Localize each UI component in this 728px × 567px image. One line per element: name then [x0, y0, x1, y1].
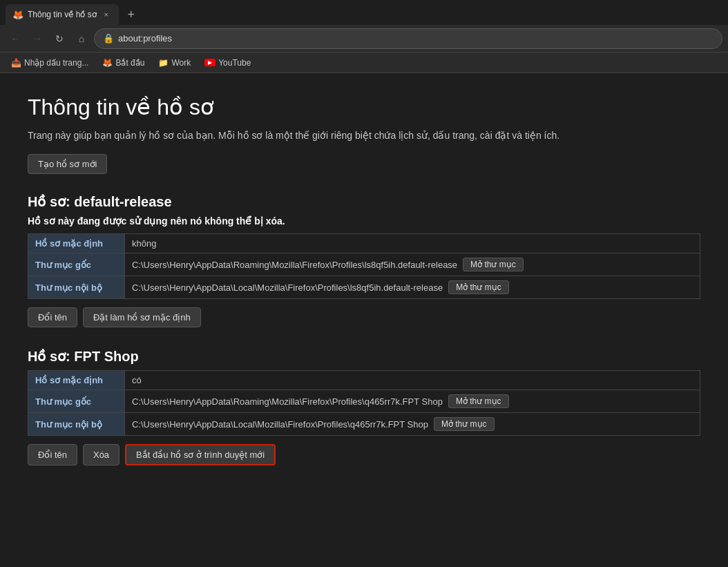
back-button[interactable]: ←: [6, 29, 25, 48]
firefox-start-icon: 🦊: [102, 58, 113, 68]
profile-default-release-warning: Hồ sơ này đang được sử dụng nên nó không…: [28, 215, 700, 227]
field-value-path: C:\Users\Henry\AppData\Local\Mozilla\Fir…: [125, 413, 700, 436]
profile-default-release-heading: Hồ sơ: default-release: [28, 193, 700, 210]
field-value-path: C:\Users\Henry\AppData\Roaming\Mozilla\F…: [125, 253, 700, 276]
page-description: Trang này giúp bạn quản lý hồ sơ của bạn…: [28, 128, 700, 143]
profile-fpt-shop-actions: Đổi tên Xóa Bắt đầu hồ sơ ở trình duyệt …: [28, 444, 700, 465]
table-row: Thư mục nội bộ C:\Users\Henry\AppData\Lo…: [28, 276, 700, 299]
bookmark-work-label: Work: [171, 58, 191, 68]
root-dir-path-2: C:\Users\Henry\AppData\Roaming\Mozilla\F…: [132, 396, 443, 407]
address-url: about:profiles: [118, 33, 172, 44]
forward-button[interactable]: →: [28, 29, 47, 48]
field-label: Thư mục gốc: [28, 390, 125, 413]
local-dir-path: C:\Users\Henry\AppData\Local\Mozilla\Fir…: [132, 282, 443, 293]
field-value: có: [125, 371, 700, 390]
rename-profile-2-button[interactable]: Đổi tên: [28, 444, 77, 465]
create-profile-button[interactable]: Tạo hồ sơ mới: [28, 154, 107, 174]
field-value: không: [125, 234, 700, 253]
table-row: Thư mục gốc C:\Users\Henry\AppData\Roami…: [28, 253, 700, 276]
bookmark-start-label: Bắt đầu: [115, 58, 144, 68]
rename-profile-1-button[interactable]: Đổi tên: [28, 307, 77, 327]
nav-bar: ← → ↻ ⌂ 🔒 about:profiles: [0, 25, 728, 52]
bookmark-work[interactable]: 📁 Work: [153, 55, 196, 71]
home-button[interactable]: ⌂: [72, 29, 91, 48]
profile-fpt-shop: Hồ sơ: FPT Shop Hồ sơ mặc định có Thư mụ…: [28, 348, 700, 465]
set-default-profile-1-button[interactable]: Đặt làm hồ sơ mặc định: [83, 307, 201, 327]
profile-fpt-shop-table: Hồ sơ mặc định có Thư mục gốc C:\Users\H…: [28, 370, 700, 436]
open-root-dir-button-1[interactable]: Mở thư mục: [463, 258, 524, 271]
profile-default-release: Hồ sơ: default-release Hồ sơ này đang đư…: [28, 193, 700, 327]
field-value-path: C:\Users\Henry\AppData\Local\Mozilla\Fir…: [125, 276, 700, 299]
field-label: Thư mục nội bộ: [28, 413, 125, 436]
import-icon: 📥: [11, 58, 21, 68]
new-tab-button[interactable]: +: [122, 5, 141, 24]
browser-chrome: 🦊 Thông tin về hồ sơ × + ← → ↻ ⌂ 🔒 about…: [0, 0, 728, 73]
tab-close-button[interactable]: ×: [101, 9, 112, 20]
tab-bar: 🦊 Thông tin về hồ sơ × +: [0, 0, 728, 25]
field-label: Thư mục gốc: [28, 253, 125, 276]
profile-fpt-shop-heading: Hồ sơ: FPT Shop: [28, 348, 700, 365]
field-label: Hồ sơ mặc định: [28, 371, 125, 390]
profile-default-release-table: Hồ sơ mặc định không Thư mục gốc C:\User…: [28, 233, 700, 299]
open-local-dir-button-1[interactable]: Mở thư mục: [448, 280, 509, 294]
table-row: Thư mục nội bộ C:\Users\Henry\AppData\Lo…: [28, 413, 700, 436]
bookmark-import[interactable]: 📥 Nhập dấu trang...: [6, 55, 94, 71]
bookmark-start[interactable]: 🦊 Bắt đầu: [97, 55, 150, 71]
youtube-icon: ▶: [204, 59, 215, 66]
table-row: Thư mục gốc C:\Users\Henry\AppData\Roami…: [28, 390, 700, 413]
page-content: Thông tin về hồ sơ Trang này giúp bạn qu…: [0, 73, 728, 567]
field-label: Hồ sơ mặc định: [28, 234, 125, 253]
page-title: Thông tin về hồ sơ: [28, 94, 700, 120]
table-row: Hồ sơ mặc định không: [28, 234, 700, 253]
active-tab[interactable]: 🦊 Thông tin về hồ sơ ×: [6, 4, 119, 25]
profile-default-release-actions: Đổi tên Đặt làm hồ sơ mặc định: [28, 307, 700, 327]
reload-button[interactable]: ↻: [50, 29, 69, 48]
bookmark-youtube[interactable]: ▶ YouTube: [199, 55, 256, 71]
table-row: Hồ sơ mặc định có: [28, 371, 700, 390]
tab-title: Thông tin về hồ sơ: [28, 10, 97, 19]
address-bar[interactable]: 🔒 about:profiles: [94, 28, 722, 49]
field-value-path: C:\Users\Henry\AppData\Roaming\Mozilla\F…: [125, 390, 700, 413]
field-label: Thư mục nội bộ: [28, 276, 125, 299]
tab-favicon: 🦊: [12, 10, 23, 20]
launch-profile-2-button[interactable]: Bắt đầu hồ sơ ở trình duyệt mới: [125, 444, 276, 465]
folder-icon: 📁: [158, 58, 169, 68]
open-local-dir-button-2[interactable]: Mở thư mục: [434, 417, 495, 431]
bookmark-import-label: Nhập dấu trang...: [24, 58, 88, 68]
bookmark-youtube-label: YouTube: [218, 58, 251, 68]
root-dir-path: C:\Users\Henry\AppData\Roaming\Mozilla\F…: [132, 260, 457, 270]
local-dir-path-2: C:\Users\Henry\AppData\Local\Mozilla\Fir…: [132, 419, 428, 430]
open-root-dir-button-2[interactable]: Mở thư mục: [448, 394, 509, 408]
address-icon: 🔒: [103, 33, 114, 44]
delete-profile-2-button[interactable]: Xóa: [83, 444, 119, 465]
bookmarks-bar: 📥 Nhập dấu trang... 🦊 Bắt đầu 📁 Work ▶ Y…: [0, 52, 728, 73]
